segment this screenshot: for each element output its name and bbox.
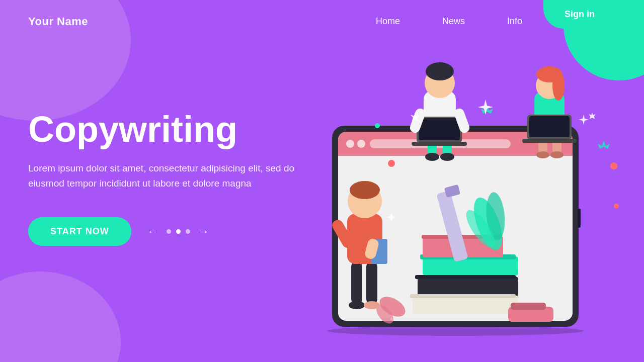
start-now-button[interactable]: START NOW (28, 217, 131, 246)
dot-3[interactable] (186, 229, 190, 234)
svg-rect-7 (578, 209, 581, 228)
svg-rect-12 (415, 275, 516, 279)
svg-marker-61 (598, 141, 610, 149)
svg-point-53 (364, 301, 380, 309)
hero-title: Copywriting (28, 111, 295, 149)
slide-dots (167, 229, 190, 234)
svg-point-65 (610, 162, 617, 169)
svg-point-46 (552, 70, 565, 101)
svg-rect-36 (412, 142, 467, 146)
svg-marker-63 (589, 113, 595, 119)
svg-rect-51 (366, 261, 377, 304)
main-nav: Home News Info Sign in (355, 14, 616, 29)
svg-rect-48 (529, 116, 570, 137)
slideshow-controls: ← → (147, 225, 209, 238)
svg-point-29 (425, 153, 439, 161)
hero-description: Lorem ipsum dolor sit amet, consectetur … (28, 161, 295, 192)
hero-text-block: Copywriting Lorem ipsum dolor sit amet, … (28, 111, 295, 246)
svg-rect-11 (418, 277, 518, 297)
svg-point-56 (350, 181, 380, 199)
svg-point-64 (388, 160, 395, 167)
svg-rect-35 (419, 118, 460, 140)
svg-point-66 (375, 123, 380, 128)
signin-button[interactable]: Sign in (543, 0, 616, 29)
brand-name: Your Name (28, 15, 355, 28)
svg-point-5 (357, 140, 365, 148)
svg-rect-25 (511, 303, 546, 310)
prev-slide-button[interactable]: ← (147, 225, 158, 238)
nav-info[interactable]: Info (486, 16, 543, 27)
svg-point-42 (550, 151, 564, 158)
hero-illustration (292, 40, 634, 352)
dot-2[interactable] (176, 229, 181, 234)
svg-point-4 (346, 140, 354, 148)
svg-rect-14 (410, 294, 516, 298)
svg-point-8 (327, 326, 584, 336)
svg-point-33 (426, 62, 454, 80)
svg-rect-13 (413, 296, 518, 314)
svg-point-67 (614, 204, 619, 209)
svg-point-30 (440, 153, 454, 161)
nav-home[interactable]: Home (355, 16, 421, 27)
svg-rect-50 (351, 261, 362, 304)
nav-news[interactable]: News (421, 16, 486, 27)
svg-point-52 (349, 301, 365, 309)
svg-point-41 (536, 151, 549, 158)
main-content: Copywriting Lorem ipsum dolor sit amet, … (0, 0, 644, 362)
cta-area: START NOW ← → (28, 217, 295, 246)
dot-1[interactable] (167, 229, 171, 234)
header: Your Name Home News Info Sign in (0, 0, 644, 29)
next-slide-button[interactable]: → (198, 225, 209, 238)
svg-rect-49 (522, 139, 577, 143)
illustration-svg (292, 40, 634, 352)
